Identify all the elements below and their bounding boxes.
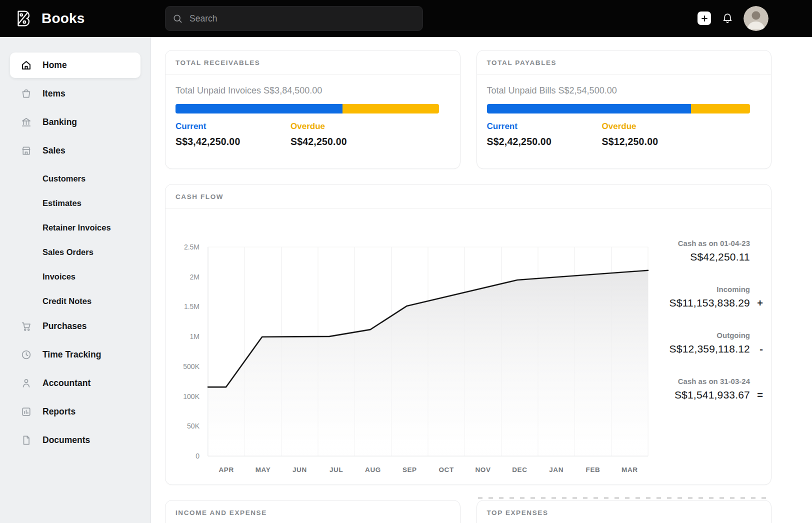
cashflow-stat: Cash as on 01-04-23S$42,250.11: [678, 239, 763, 263]
documents-icon: [20, 434, 32, 446]
sidebar-item-sales-orders[interactable]: Sales Orders: [10, 240, 140, 264]
stat-label: Outgoing: [716, 331, 763, 340]
sidebar-item-purchases[interactable]: Purchases: [10, 314, 140, 339]
card-title: INCOME AND EXPENSE: [176, 509, 267, 516]
month-label: SEP: [402, 466, 417, 474]
overdue-amount: S$42,250.00: [290, 136, 406, 148]
notifications-button[interactable]: [721, 12, 734, 25]
month-label: MAY: [256, 466, 271, 474]
stat-value: S$11,153,838.29: [670, 297, 750, 309]
sidebar-item-reports[interactable]: Reports: [10, 399, 140, 424]
y-tick-label: 500K: [183, 362, 200, 370]
stat-label: Incoming: [716, 285, 763, 294]
payables-progress-bar: [487, 104, 750, 114]
amounts-row: Current S$2,42,250.00 Overdue S$12,250.0…: [487, 122, 762, 148]
user-avatar[interactable]: [744, 6, 768, 31]
dashed-divider: [478, 497, 770, 499]
y-tick-label: 2.5M: [184, 243, 200, 251]
card-header: INCOME AND EXPENSE: [166, 500, 460, 523]
y-tick-label: 1.5M: [184, 302, 200, 310]
stat-value-row: S$11,153,838.29+: [670, 297, 763, 309]
month-label: JUL: [330, 466, 343, 474]
app-logo: Books: [13, 8, 85, 29]
cash-flow-card: CASH FLOW 2.5M2M1.5M1M500K100K50K0 APRMA…: [165, 184, 772, 485]
stat-operator: -: [750, 344, 763, 355]
sidebar-item-customers[interactable]: Customers: [10, 166, 140, 191]
cashflow-chart: 2.5M2M1.5M1M500K100K50K0 APRMAYJUNJULAUG…: [170, 209, 658, 482]
month-label: OCT: [439, 466, 454, 474]
sidebar-item-banking[interactable]: Banking: [10, 110, 140, 135]
bottom-row: INCOME AND EXPENSE TOP EXPENSES: [165, 500, 772, 523]
sidebar-item-sales[interactable]: Sales: [10, 138, 140, 164]
banking-icon: [20, 116, 32, 128]
dashboard-main: TOTAL RECEIVABLES Total Unpaid Invoices …: [151, 37, 812, 523]
sidebar-item-label: Items: [42, 88, 66, 99]
sidebar-item-label: Time Tracking: [42, 350, 101, 360]
home-icon: [20, 60, 32, 71]
card-header: TOP EXPENSES: [477, 500, 772, 523]
cashflow-stat: Cash as on 31-03-24S$1,541,933.67=: [674, 377, 763, 401]
month-label: JUN: [292, 466, 307, 474]
sidebar-item-estimates[interactable]: Estimates: [10, 191, 140, 216]
card-header: TOTAL PAYABLES: [477, 50, 772, 75]
plus-icon: [700, 14, 709, 23]
sidebar-item-credit-notes[interactable]: Credit Notes: [10, 289, 140, 314]
card-title: TOTAL RECEIVABLES: [176, 59, 260, 66]
search-bar[interactable]: [165, 6, 423, 31]
time-tracking-icon: [20, 349, 32, 360]
overdue-bar-segment: [691, 104, 750, 114]
y-tick-label: 50K: [187, 422, 200, 430]
current-amount: S$2,42,250.00: [487, 136, 602, 148]
month-label: MAR: [622, 466, 638, 474]
app-header: Books: [0, 0, 812, 37]
cash-flow-body: 2.5M2M1.5M1M500K100K50K0 APRMAYJUNJULAUG…: [166, 209, 771, 482]
total-unpaid-invoices: Total Unpaid Invoices S$3,84,500.00: [176, 86, 450, 96]
search-input[interactable]: [188, 13, 416, 24]
current-bar-segment: [176, 104, 342, 114]
stat-label: Cash as on 01-04-23: [678, 239, 763, 248]
sidebar-item-time-tracking[interactable]: Time Tracking: [10, 342, 140, 368]
sidebar-item-label: Invoices: [42, 272, 76, 282]
stat-value: S$42,250.11: [690, 251, 750, 263]
chart-y-axis-labels: 2.5M2M1.5M1M500K100K50K0: [183, 243, 200, 460]
purchases-icon: [20, 320, 32, 332]
sidebar-item-accountant[interactable]: Accountant: [10, 370, 140, 396]
sidebar-item-retainer-invoices[interactable]: Retainer Invoices: [10, 216, 140, 240]
y-tick-label: 0: [196, 452, 200, 460]
total-receivables-card: TOTAL RECEIVABLES Total Unpaid Invoices …: [165, 50, 460, 169]
sidebar-item-home[interactable]: Home: [10, 52, 140, 78]
cashflow-stat: OutgoingS$12,359,118.12-: [670, 331, 763, 355]
stat-value-row: S$42,250.11: [690, 251, 763, 263]
add-new-button[interactable]: [698, 12, 711, 25]
total-unpaid-bills: Total Unpaid Bills S$2,54,500.00: [487, 86, 762, 96]
totals-row: TOTAL RECEIVABLES Total Unpaid Invoices …: [165, 50, 772, 169]
income-and-expense-card: INCOME AND EXPENSE: [165, 500, 460, 523]
sidebar: HomeItemsBankingSalesCustomersEstimatesR…: [0, 37, 151, 523]
current-bar-segment: [487, 104, 692, 114]
current-amount: S$3,42,250.00: [176, 136, 290, 148]
sidebar-item-label: Customers: [42, 174, 86, 184]
overdue-label: Overdue: [290, 122, 406, 132]
stat-value-row: S$1,541,933.67=: [674, 389, 763, 401]
y-tick-label: 1M: [190, 332, 200, 340]
reports-icon: [20, 406, 32, 418]
card-title: TOP EXPENSES: [487, 509, 548, 516]
y-tick-label: 100K: [183, 392, 200, 400]
stat-operator: +: [750, 298, 763, 309]
amounts-row: Current S$3,42,250.00 Overdue S$42,250.0…: [176, 122, 450, 148]
overdue-column: Overdue S$12,250.00: [602, 122, 717, 148]
sidebar-item-label: Documents: [42, 435, 90, 446]
y-tick-label: 2M: [190, 273, 200, 281]
app-title: Books: [42, 10, 85, 26]
avatar-image: [744, 6, 768, 31]
month-label: APR: [219, 466, 234, 474]
sidebar-item-documents[interactable]: Documents: [10, 428, 140, 453]
stat-value: S$12,359,118.12: [670, 343, 750, 355]
search-icon: [172, 14, 183, 24]
books-logo-icon: [13, 8, 34, 29]
sidebar-item-invoices[interactable]: Invoices: [10, 264, 140, 289]
sidebar-item-items[interactable]: Items: [10, 81, 140, 106]
total-payables-card: TOTAL PAYABLES Total Unpaid Bills S$2,54…: [476, 50, 772, 169]
current-column: Current S$2,42,250.00: [487, 122, 602, 148]
sidebar-item-label: Reports: [42, 406, 76, 417]
